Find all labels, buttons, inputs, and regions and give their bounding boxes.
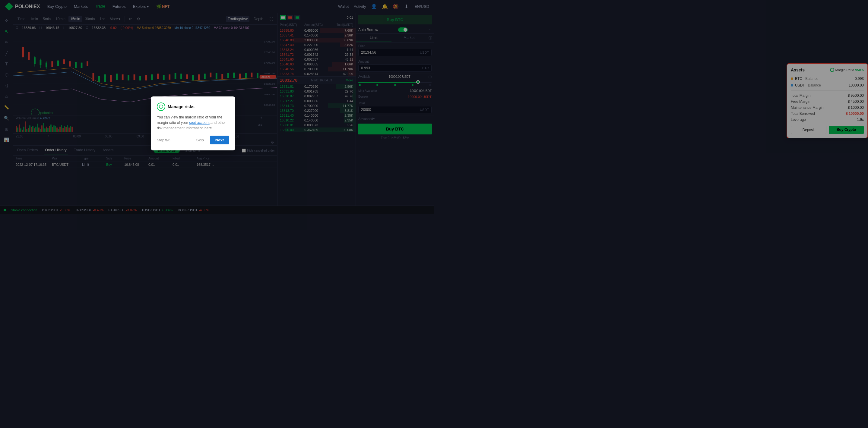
- modal-header: i Manage risks: [157, 102, 229, 111]
- modal-spot-link[interactable]: spot account: [189, 121, 210, 125]
- modal-step: Step 5/6: [157, 138, 170, 142]
- modal-box: i Manage risks You can view the margin r…: [151, 96, 235, 151]
- modal-next-btn[interactable]: Next: [210, 136, 229, 144]
- modal-skip-btn[interactable]: Skip: [193, 136, 208, 144]
- modal-body: You can view the margin ratio of your th…: [157, 114, 229, 131]
- modal-title: Manage risks: [168, 104, 194, 109]
- modal-icon: i: [157, 102, 165, 111]
- modal-footer: Step 5/6 Skip Next: [157, 136, 229, 144]
- modal-overlay: i Manage risks You can view the margin r…: [0, 0, 434, 214]
- svg-text:i: i: [161, 106, 161, 108]
